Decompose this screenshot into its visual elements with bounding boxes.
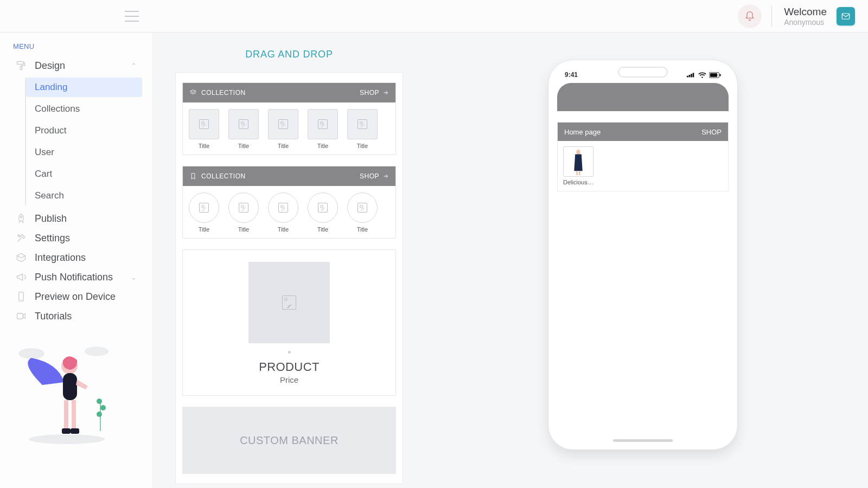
svg-rect-21 [693,73,694,77]
sidebar-item-preview-on-device[interactable]: Preview on Device [10,287,142,306]
image-placeholder-icon [278,119,288,129]
svg-point-26 [576,150,580,155]
sidebar-item-push-notifications[interactable]: Push Notifications ⌄ [10,267,142,287]
section-action-label: SHOP [701,128,722,136]
battery-icon [709,72,721,78]
phone-notch [618,67,668,78]
sidebar-sub-cart[interactable]: Cart [26,164,142,184]
phone-icon [15,291,27,303]
sidebar-item-label: Integrations [35,252,86,264]
notifications-button[interactable] [738,4,762,28]
svg-rect-10 [63,373,77,400]
mail-button[interactable] [837,7,855,25]
tools-icon [15,232,27,244]
svg-point-15 [97,399,102,404]
chevron-up-icon: ⌃ [131,62,137,70]
sidebar-item-integrations[interactable]: Integrations [10,248,142,267]
component-palette: COLLECTION SHOP Title Title Title Title … [175,72,403,484]
preview-section-home: Home page SHOP [557,122,729,191]
thumb-title: Title [238,226,249,233]
sidebar-sub-product[interactable]: Product [26,121,142,140]
phone-preview: 9:41 Home page SHOP [548,60,738,450]
component-custom-banner[interactable]: CUSTOM BANNER [182,407,396,474]
user-name: Anonymous [784,18,827,27]
shop-link-label: SHOP [360,89,379,97]
sidebar-item-label: Preview on Device [35,291,116,303]
svg-rect-24 [719,74,720,76]
svg-point-8 [85,346,108,356]
product-thumbnail-title: Delicious Ca… [563,179,595,185]
image-placeholder-icon [358,203,367,213]
collection-header-label: COLLECTION [201,172,246,180]
image-placeholder-icon [199,119,209,129]
sidebar-item-settings[interactable]: Settings [10,228,142,248]
svg-rect-20 [691,74,692,77]
chevron-down-icon: ⌄ [131,273,137,281]
hamburger-menu-button[interactable] [125,11,139,22]
sidebar-sub-landing[interactable]: Landing [26,78,142,97]
component-collection-circle[interactable]: COLLECTION SHOP Title Title Title Title … [182,166,396,239]
svg-rect-27 [576,171,578,175]
image-placeholder-icon [318,119,328,129]
sidebar-item-publish[interactable]: Publish [10,209,142,228]
sidebar-item-tutorials[interactable]: Tutorials [10,306,142,326]
svg-point-3 [21,216,22,218]
paint-roller-icon [15,60,27,72]
bookmark-icon [189,172,197,180]
sidebar-item-label: Tutorials [35,311,72,322]
svg-point-7 [18,348,44,359]
sidebar-illustration [10,342,124,445]
svg-rect-13 [62,428,71,434]
thumb-title: Title [357,226,368,233]
mail-icon [841,11,851,21]
thumb-title: Title [317,143,328,149]
arrow-right-icon [382,173,389,179]
builder-title: DRAG AND DROP [245,49,333,60]
sidebar-heading: MENU [13,42,139,50]
wifi-icon [698,72,706,78]
svg-rect-1 [17,62,24,65]
thumb-title: Title [278,226,289,233]
bell-icon [744,11,755,22]
component-collection-square[interactable]: COLLECTION SHOP Title Title Title Title … [182,82,396,155]
collection-header-label: COLLECTION [201,89,246,97]
thumb-title: Title [278,143,289,149]
sidebar-item-design[interactable]: Design ⌃ [10,56,142,75]
arrow-right-icon [382,89,389,96]
image-placeholder-icon [199,203,209,213]
section-title: Home page [564,128,601,136]
shop-link-label: SHOP [360,172,379,180]
product-price-label: Price [280,375,298,384]
image-placeholder-icon [278,203,288,213]
product-label: PRODUCT [259,360,320,374]
svg-rect-28 [579,171,580,175]
welcome-label: Welcome [784,6,827,18]
svg-rect-14 [71,428,79,434]
svg-point-17 [97,412,102,417]
status-icons [687,72,721,78]
rocket-icon [15,213,27,224]
svg-point-6 [29,434,105,444]
home-indicator [613,439,673,442]
sidebar-item-label: Push Notifications [35,272,113,283]
component-product[interactable]: PRODUCT Price [182,249,396,396]
stack-icon [189,89,197,97]
box-icon [15,252,27,264]
status-time: 9:41 [565,71,578,79]
thumb-title: Title [317,226,328,233]
svg-rect-19 [689,75,691,77]
svg-rect-11 [64,400,68,430]
svg-rect-5 [17,313,23,319]
app-header-bar [557,83,729,111]
sidebar-item-label: Settings [35,233,70,244]
product-thumbnail [563,146,593,177]
sidebar-sub-collections[interactable]: Collections [26,99,142,119]
sidebar-sub-user[interactable]: User [26,143,142,162]
sidebar-sub-search[interactable]: Search [26,186,142,206]
user-greeting: Welcome Anonymous [771,6,827,27]
thumb-title: Title [199,226,209,233]
image-placeholder-icon [239,119,248,129]
svg-rect-0 [842,13,850,19]
image-placeholder-icon [282,296,296,310]
megaphone-icon [15,271,27,283]
